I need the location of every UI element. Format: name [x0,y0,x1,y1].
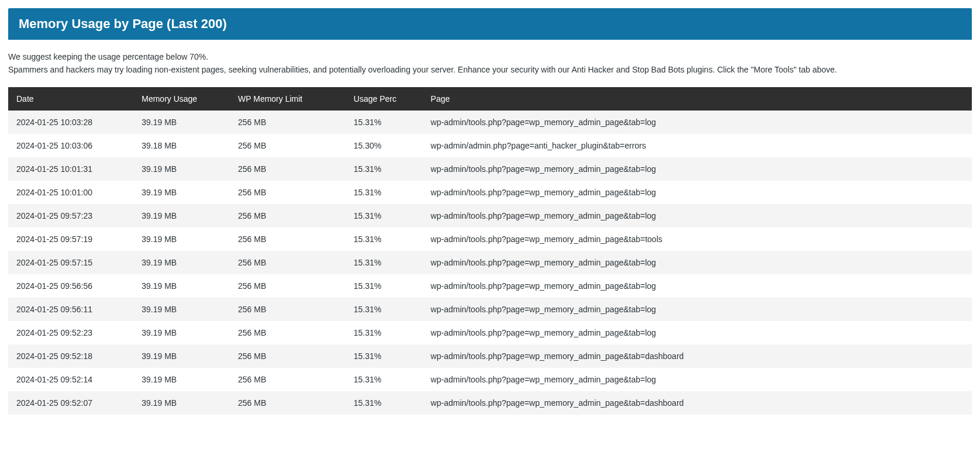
cell-page: wp-admin/tools.php?page=wp_memory_admin_… [423,391,972,415]
cell-limit: 256 MB [230,251,346,274]
cell-memory: 39.19 MB [133,157,230,181]
cell-perc: 15.31% [346,111,423,134]
cell-limit: 256 MB [230,391,346,415]
table-row: 2024-01-25 09:52:1839.19 MB256 MB15.31%w… [8,344,972,368]
cell-perc: 15.31% [346,368,423,391]
description-block: We suggest keeping the usage percentage … [8,40,972,87]
cell-page: wp-admin/admin.php?page=anti_hacker_plug… [423,134,972,157]
cell-perc: 15.30% [346,134,423,157]
cell-page: wp-admin/tools.php?page=wp_memory_admin_… [423,344,972,368]
cell-page: wp-admin/tools.php?page=wp_memory_admin_… [423,181,972,204]
cell-perc: 15.31% [346,274,423,298]
cell-date: 2024-01-25 10:01:31 [8,157,133,181]
column-header-perc: Usage Perc [346,87,423,111]
cell-perc: 15.31% [346,321,423,344]
cell-date: 2024-01-25 09:56:56 [8,274,133,298]
cell-date: 2024-01-25 09:57:15 [8,251,133,274]
column-header-memory: Memory Usage [133,87,230,111]
cell-date: 2024-01-25 10:01:00 [8,181,133,204]
cell-limit: 256 MB [230,321,346,344]
column-header-date: Date [8,87,133,111]
cell-page: wp-admin/tools.php?page=wp_memory_admin_… [423,204,972,227]
cell-limit: 256 MB [230,227,346,251]
table-row: 2024-01-25 10:03:0639.18 MB256 MB15.30%w… [8,134,972,157]
cell-memory: 39.19 MB [133,251,230,274]
cell-page: wp-admin/tools.php?page=wp_memory_admin_… [423,274,972,298]
cell-memory: 39.19 MB [133,181,230,204]
cell-memory: 39.19 MB [133,274,230,298]
cell-date: 2024-01-25 09:52:14 [8,368,133,391]
cell-perc: 15.31% [346,157,423,181]
table-body: 2024-01-25 10:03:2839.19 MB256 MB15.31%w… [8,111,972,415]
cell-memory: 39.19 MB [133,368,230,391]
cell-date: 2024-01-25 09:56:11 [8,298,133,321]
table-row: 2024-01-25 09:52:0739.19 MB256 MB15.31%w… [8,391,972,415]
panel-title: Memory Usage by Page (Last 200) [19,16,227,31]
cell-page: wp-admin/tools.php?page=wp_memory_admin_… [423,157,972,181]
cell-date: 2024-01-25 09:52:23 [8,321,133,344]
cell-memory: 39.19 MB [133,227,230,251]
cell-perc: 15.31% [346,204,423,227]
cell-limit: 256 MB [230,111,346,134]
table-row: 2024-01-25 09:52:1439.19 MB256 MB15.31%w… [8,368,972,391]
table-row: 2024-01-25 09:57:2339.19 MB256 MB15.31%w… [8,204,972,227]
description-line-2: Spammers and hackers may try loading non… [8,63,972,76]
cell-date: 2024-01-25 09:52:18 [8,344,133,368]
table-row: 2024-01-25 09:57:1939.19 MB256 MB15.31%w… [8,227,972,251]
cell-page: wp-admin/tools.php?page=wp_memory_admin_… [423,227,972,251]
description-line-1: We suggest keeping the usage percentage … [8,50,972,63]
cell-memory: 39.19 MB [133,321,230,344]
table-row: 2024-01-25 09:56:5639.19 MB256 MB15.31%w… [8,274,972,298]
table-row: 2024-01-25 09:57:1539.19 MB256 MB15.31%w… [8,251,972,274]
cell-memory: 39.19 MB [133,298,230,321]
cell-page: wp-admin/tools.php?page=wp_memory_admin_… [423,111,972,134]
cell-memory: 39.19 MB [133,391,230,415]
cell-memory: 39.19 MB [133,204,230,227]
table-row: 2024-01-25 10:03:2839.19 MB256 MB15.31%w… [8,111,972,134]
cell-page: wp-admin/tools.php?page=wp_memory_admin_… [423,251,972,274]
cell-limit: 256 MB [230,298,346,321]
memory-usage-table: Date Memory Usage WP Memory Limit Usage … [8,87,972,415]
cell-perc: 15.31% [346,181,423,204]
cell-perc: 15.31% [346,298,423,321]
cell-perc: 15.31% [346,344,423,368]
cell-memory: 39.19 MB [133,344,230,368]
cell-page: wp-admin/tools.php?page=wp_memory_admin_… [423,368,972,391]
cell-date: 2024-01-25 09:52:07 [8,391,133,415]
cell-perc: 15.31% [346,391,423,415]
cell-memory: 39.18 MB [133,134,230,157]
cell-limit: 256 MB [230,274,346,298]
table-row: 2024-01-25 09:56:1139.19 MB256 MB15.31%w… [8,298,972,321]
cell-page: wp-admin/tools.php?page=wp_memory_admin_… [423,298,972,321]
table-header: Date Memory Usage WP Memory Limit Usage … [8,87,972,111]
table-row: 2024-01-25 10:01:3139.19 MB256 MB15.31%w… [8,157,972,181]
column-header-limit: WP Memory Limit [230,87,346,111]
table-row: 2024-01-25 10:01:0039.19 MB256 MB15.31%w… [8,181,972,204]
cell-date: 2024-01-25 09:57:23 [8,204,133,227]
cell-limit: 256 MB [230,134,346,157]
cell-limit: 256 MB [230,368,346,391]
panel-header: Memory Usage by Page (Last 200) [8,8,972,40]
cell-perc: 15.31% [346,227,423,251]
cell-date: 2024-01-25 10:03:28 [8,111,133,134]
cell-limit: 256 MB [230,204,346,227]
cell-date: 2024-01-25 09:57:19 [8,227,133,251]
cell-limit: 256 MB [230,157,346,181]
cell-perc: 15.31% [346,251,423,274]
cell-date: 2024-01-25 10:03:06 [8,134,133,157]
cell-limit: 256 MB [230,344,346,368]
cell-memory: 39.19 MB [133,111,230,134]
cell-page: wp-admin/tools.php?page=wp_memory_admin_… [423,321,972,344]
table-row: 2024-01-25 09:52:2339.19 MB256 MB15.31%w… [8,321,972,344]
column-header-page: Page [423,87,972,111]
cell-limit: 256 MB [230,181,346,204]
